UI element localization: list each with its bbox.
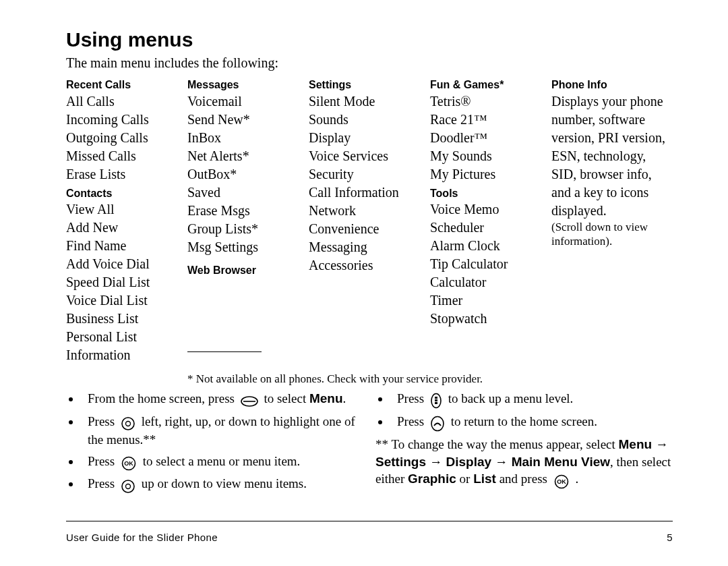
item: All Calls <box>66 92 187 111</box>
item: Outgoing Calls <box>66 129 187 147</box>
cat-tools: Tools <box>430 183 551 201</box>
col-phone-info: Phone Info Displays your phone number, s… <box>551 75 673 364</box>
double-star-note: ** To change the way the menus appear, s… <box>375 436 673 489</box>
col-fun-games: Fun & Games* Tetris® Race 21™ Doodler™ M… <box>430 75 551 364</box>
phone-info-line: Displays your phone <box>551 92 673 111</box>
item: Network <box>309 202 430 220</box>
item: Voice Services <box>309 147 430 165</box>
menu-columns: Recent Calls All Calls Incoming Calls Ou… <box>66 75 673 364</box>
item: Incoming Calls <box>66 111 187 129</box>
phone-info-line: and a key to icons <box>551 183 673 202</box>
item: Erase Lists <box>66 165 187 183</box>
text-bold: Menu <box>619 437 653 451</box>
instruction-item: From the home screen, press to select Me… <box>81 390 363 408</box>
col-messages: Messages Voicemail Send New* InBox Net A… <box>187 75 309 364</box>
instructions-left: From the home screen, press to select Me… <box>66 390 363 497</box>
svg-point-3 <box>125 422 130 426</box>
phone-info-note: information). <box>551 234 673 248</box>
footer-left: User Guide for the Slider Phone <box>66 532 218 543</box>
text: to back up a menu level. <box>448 391 574 405</box>
item: Doodler™ <box>430 129 551 147</box>
item: Tetris® <box>430 92 551 111</box>
item: Erase Msgs <box>187 202 309 220</box>
instruction-item: Press to back up a menu level. <box>390 390 673 409</box>
ok-key-icon: OK <box>121 454 137 472</box>
svg-text:OK: OK <box>557 478 566 485</box>
phone-info-note: (Scroll down to view <box>551 220 673 234</box>
item: View All <box>66 200 187 219</box>
page-footer: User Guide for the Slider Phone 5 <box>66 532 673 543</box>
item: InBox <box>187 129 309 147</box>
text: Press <box>397 414 427 428</box>
item: Race 21™ <box>430 111 551 129</box>
phone-info-line: version, PRI version, <box>551 129 673 147</box>
item: Add New <box>66 219 187 237</box>
text: to select <box>264 391 309 405</box>
text-bold: List <box>473 472 496 486</box>
page-number: 5 <box>667 532 673 543</box>
item: Voice Dial List <box>66 291 187 310</box>
instructions-right: Press to back up a menu level. Press to … <box>375 390 673 497</box>
item: Net Alerts* <box>187 147 309 165</box>
instruction-item: Press OK to select a menu or menu item. <box>81 453 363 471</box>
item: Display <box>309 129 430 147</box>
back-key-icon <box>430 391 442 409</box>
svg-rect-9 <box>435 397 437 399</box>
item: Messaging <box>309 238 430 256</box>
cat-contacts: Contacts <box>66 183 187 201</box>
intro-text: The main menu includes the following: <box>66 55 673 71</box>
item: Silent Mode <box>309 92 430 111</box>
text: Press <box>88 454 118 468</box>
item: Missed Calls <box>66 147 187 165</box>
text: Press <box>88 414 118 428</box>
svg-rect-11 <box>435 402 437 404</box>
item: Alarm Clock <box>430 237 551 255</box>
item: Voice Memo <box>430 200 551 219</box>
nav-ring-icon <box>121 414 135 431</box>
item: Security <box>309 165 430 183</box>
phone-info-line: SID, browser info, <box>551 165 673 183</box>
item: Calculator <box>430 273 551 291</box>
svg-rect-10 <box>435 399 437 401</box>
item: Sounds <box>309 111 430 129</box>
cat-settings: Settings <box>309 75 430 92</box>
footer-divider <box>66 521 673 521</box>
text: From the home screen, press <box>88 391 238 405</box>
ok-key-icon: OK <box>553 472 570 489</box>
text: Press <box>397 391 427 405</box>
instruction-item: Press to return to the home screen. <box>390 413 673 432</box>
item: Accessories <box>309 256 430 275</box>
footnote-asterisk: * Not available on all phones. Check wit… <box>66 364 673 386</box>
text: or <box>456 472 473 486</box>
text: Press <box>88 476 118 490</box>
page-title: Using menus <box>66 28 673 51</box>
nav-ring-icon <box>121 476 135 494</box>
text-bold: Graphic <box>408 472 456 486</box>
column-divider <box>187 351 262 352</box>
phone-info-line: ESN, technology, <box>551 147 673 165</box>
item: Find Name <box>66 237 187 255</box>
item: Saved <box>187 183 309 202</box>
svg-point-7 <box>125 484 130 488</box>
svg-point-2 <box>122 418 134 430</box>
cat-web-browser: Web Browser <box>187 256 309 278</box>
text: . <box>343 391 346 405</box>
item: Personal List <box>66 328 187 346</box>
text: ** To change the way the menus appear, s… <box>375 437 619 451</box>
item: Convenience <box>309 220 430 238</box>
instructions: From the home screen, press to select Me… <box>66 390 673 497</box>
item: Information <box>66 346 187 364</box>
cat-messages: Messages <box>187 75 309 92</box>
text: to select a menu or menu item. <box>143 454 301 468</box>
item: Stopwatch <box>430 310 551 328</box>
text: . <box>572 472 579 486</box>
item: Group Lists* <box>187 220 309 238</box>
item: Business List <box>66 310 187 328</box>
item: Scheduler <box>430 219 551 237</box>
instruction-item: Press up or down to view menu items. <box>81 475 363 493</box>
item: Msg Settings <box>187 238 309 256</box>
phone-info-line: displayed. <box>551 202 673 220</box>
text: and press <box>496 472 551 486</box>
softkey-icon <box>241 391 258 409</box>
svg-text:OK: OK <box>124 460 133 467</box>
